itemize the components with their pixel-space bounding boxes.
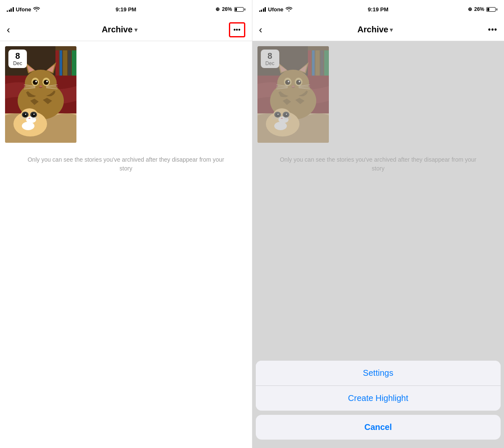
back-button-right[interactable]: ‹ xyxy=(259,24,262,36)
right-panel: Ufone 9:19 PM ⊕ 26% ‹ Archive ▾ ••• xyxy=(252,0,504,448)
wifi-icon xyxy=(33,6,40,13)
settings-label: Settings xyxy=(363,368,393,378)
create-highlight-button[interactable]: Create Highlight xyxy=(256,386,501,411)
wifi-icon-right xyxy=(286,6,292,13)
settings-button[interactable]: Settings xyxy=(256,361,501,386)
status-bar-right-section: ⊕ 26% xyxy=(215,6,245,12)
nav-title-right: Archive ▾ xyxy=(357,25,393,34)
svg-point-22 xyxy=(46,81,48,82)
svg-point-39 xyxy=(34,114,35,115)
archive-description-left: Only you can see the stories you've arch… xyxy=(5,147,247,181)
nav-bar-left: ‹ Archive ▾ ••• xyxy=(0,18,252,41)
left-panel: Ufone 9:19 PM ⊕ 26% ‹ Archive ▾ ••• xyxy=(0,0,252,448)
carrier-name-right: Ufone xyxy=(268,6,284,13)
svg-rect-6 xyxy=(68,50,71,76)
svg-point-37 xyxy=(32,113,36,117)
battery-icon-left xyxy=(234,7,245,12)
more-button-left[interactable]: ••• xyxy=(229,22,245,37)
svg-point-38 xyxy=(25,114,26,115)
signal-icon xyxy=(7,7,14,12)
status-bar-right-left: Ufone xyxy=(259,6,292,13)
status-time-right: 9:19 PM xyxy=(368,6,388,13)
cancel-button[interactable]: Cancel xyxy=(256,415,501,440)
location-icon: ⊕ xyxy=(215,6,220,12)
back-button-left[interactable]: ‹ xyxy=(7,24,10,36)
svg-point-33 xyxy=(22,122,34,130)
action-sheet-cancel-group: Cancel xyxy=(256,415,501,440)
action-sheet: Settings Create Highlight Cancel xyxy=(252,361,504,448)
battery-percent-left: 26% xyxy=(222,6,232,12)
create-highlight-label: Create Highlight xyxy=(348,393,408,403)
svg-rect-5 xyxy=(63,50,67,76)
nav-title-left: Archive ▾ xyxy=(102,25,137,34)
status-bar-right-right: ⊕ 26% xyxy=(468,6,497,12)
svg-point-20 xyxy=(44,80,49,85)
more-button-right[interactable]: ••• xyxy=(488,25,497,34)
more-dots-left: ••• xyxy=(234,26,241,33)
archive-title-right: Archive xyxy=(357,25,388,34)
status-bar-left-section: Ufone xyxy=(7,6,40,13)
nav-bar-right: ‹ Archive ▾ ••• xyxy=(252,18,504,41)
action-sheet-main: Settings Create Highlight xyxy=(256,361,501,411)
signal-icon-right xyxy=(259,7,266,12)
battery-percent-right: 26% xyxy=(474,6,484,12)
svg-rect-4 xyxy=(60,50,62,76)
date-month-left: Dec xyxy=(12,60,24,66)
status-time-left: 9:19 PM xyxy=(116,6,136,13)
svg-point-19 xyxy=(33,80,38,85)
content-area-left: 8 Dec Only you can see the stories you'v… xyxy=(0,41,252,448)
battery-icon-right xyxy=(486,7,497,12)
svg-point-21 xyxy=(35,81,37,82)
svg-point-12 xyxy=(25,70,57,97)
status-bar-left: Ufone 9:19 PM ⊕ 26% xyxy=(0,0,252,18)
story-item-left[interactable]: 8 Dec xyxy=(5,46,76,143)
archive-title-left: Archive xyxy=(102,25,132,34)
carrier-name: Ufone xyxy=(16,6,32,13)
cancel-label: Cancel xyxy=(364,422,392,432)
location-icon-right: ⊕ xyxy=(468,6,472,12)
svg-point-36 xyxy=(23,113,27,117)
chevron-icon-left: ▾ xyxy=(134,26,137,33)
chevron-icon-right: ▾ xyxy=(390,26,393,33)
svg-rect-7 xyxy=(72,50,76,76)
date-badge-left: 8 Dec xyxy=(8,50,27,68)
status-bar-right: Ufone 9:19 PM ⊕ 26% xyxy=(252,0,504,18)
date-day-left: 8 xyxy=(12,51,24,60)
